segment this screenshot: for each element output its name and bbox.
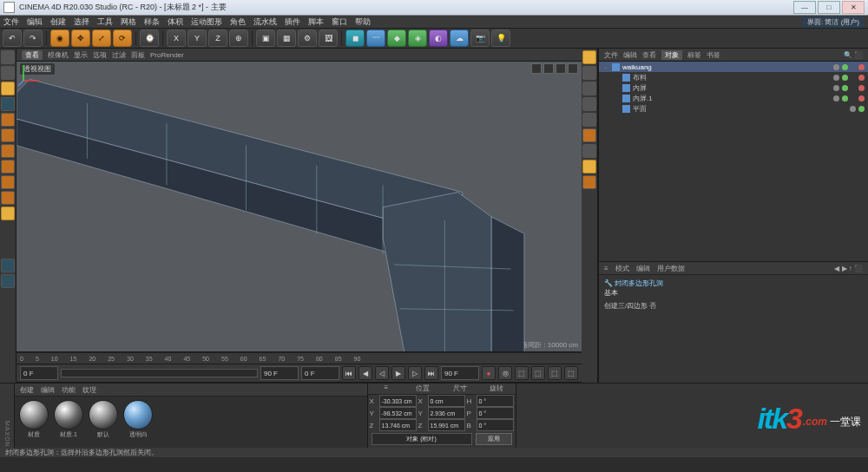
viewport[interactable]: 透视视图 网格间距 : 10000 cm: [16, 62, 582, 352]
model-mode-icon[interactable]: [1, 50, 15, 64]
axis-y-icon[interactable]: Y: [187, 30, 207, 47]
vp-tab[interactable]: 面板: [131, 50, 145, 60]
xref-icon[interactable]: [1, 259, 15, 272]
axis-world-icon[interactable]: ⊕: [229, 30, 248, 47]
render-settings-icon[interactable]: ⚙: [298, 30, 317, 47]
vp-tab[interactable]: 显示: [74, 50, 88, 60]
menu-item[interactable]: 选择: [74, 16, 89, 28]
material-slot[interactable]: 透明白: [122, 400, 154, 444]
environment-icon[interactable]: ☁: [450, 30, 469, 47]
om-menu[interactable]: 文件: [604, 50, 618, 60]
layout-selector[interactable]: 界面: 简洁 (用户): [802, 16, 865, 28]
vp-tab[interactable]: 选项: [93, 50, 107, 60]
coord-p-rot[interactable]: 0 °: [477, 407, 514, 419]
vp-tab[interactable]: 查看: [22, 50, 43, 60]
time-end[interactable]: 90 F: [260, 366, 299, 380]
object-tree[interactable]: - waikuang 布料 内屏: [599, 62, 868, 262]
axis-z-icon[interactable]: Z: [208, 30, 227, 47]
key-scale-icon[interactable]: ⬚: [548, 366, 562, 380]
time-fps[interactable]: 90 F: [441, 366, 479, 380]
object-name[interactable]: 平面: [633, 104, 647, 114]
workplane-icon[interactable]: [1, 191, 15, 205]
snap-icon[interactable]: [1, 175, 15, 189]
material-slot[interactable]: 材质.1: [53, 400, 84, 444]
menu-item[interactable]: 样条: [144, 16, 160, 28]
attr-tab[interactable]: 模式: [615, 264, 629, 273]
snap-spline-icon[interactable]: [582, 128, 596, 142]
attr-tab[interactable]: 用户数据: [657, 264, 685, 273]
snap-grid-icon[interactable]: [582, 66, 596, 80]
record-icon[interactable]: ●: [482, 366, 496, 380]
object-row[interactable]: 内屏: [599, 82, 868, 93]
object-row[interactable]: 内屏.1: [599, 93, 868, 103]
menu-item[interactable]: 编辑: [27, 16, 43, 28]
coord-y-pos[interactable]: -98.532 cm: [379, 407, 417, 419]
snap-poly-icon[interactable]: [582, 113, 596, 127]
menu-item[interactable]: 运动图形: [191, 16, 222, 28]
goto-end-icon[interactable]: ⏭: [424, 366, 438, 380]
om-menu[interactable]: 查看: [642, 50, 656, 60]
step-back-icon[interactable]: ◀: [358, 366, 372, 380]
play-back-icon[interactable]: ◁: [375, 366, 389, 380]
deformer-icon[interactable]: ◐: [429, 30, 448, 47]
live-select-icon[interactable]: ◉: [50, 30, 69, 47]
minimize-button[interactable]: —: [793, 1, 816, 14]
light-icon[interactable]: 💡: [491, 30, 510, 47]
render-icon[interactable]: ▣: [256, 30, 275, 47]
vp-tab[interactable]: 过滤: [112, 50, 126, 60]
material-slot[interactable]: 默认: [88, 400, 119, 444]
scale-icon[interactable]: ⤢: [92, 30, 111, 47]
menu-item[interactable]: 窗口: [332, 16, 347, 28]
key-param-icon[interactable]: ⬚: [564, 366, 578, 380]
menu-item[interactable]: 文件: [3, 16, 19, 28]
render-region-icon[interactable]: ▦: [277, 30, 296, 47]
coord-z-size[interactable]: 15.991 cm: [428, 419, 465, 431]
object-name[interactable]: 内屏: [633, 83, 647, 93]
snap-point-icon[interactable]: [582, 82, 596, 95]
menu-item[interactable]: 脚本: [308, 16, 324, 28]
search-icon[interactable]: 🔍 ⬛: [844, 51, 863, 59]
coord-x-pos[interactable]: -30.303 cm: [379, 395, 417, 407]
snap-edge-icon[interactable]: [582, 97, 596, 111]
step-fwd-icon[interactable]: ▷: [408, 366, 422, 380]
mat-tab[interactable]: 功能: [62, 385, 76, 395]
history-icon[interactable]: ⌚: [140, 30, 159, 47]
edge-mode-icon[interactable]: [1, 97, 15, 111]
mat-tab[interactable]: 创建: [20, 385, 34, 395]
time-start[interactable]: 0 F: [20, 366, 58, 380]
coord-apply-button[interactable]: 应用: [476, 433, 512, 445]
menu-item[interactable]: 创建: [50, 16, 66, 28]
key-pos-icon[interactable]: ⬚: [515, 366, 529, 380]
redo-icon[interactable]: ↷: [23, 30, 43, 47]
vp-tab[interactable]: 模像机: [48, 50, 69, 60]
attr-nav-icon[interactable]: ◀ ▶ ↑ ⬛: [834, 265, 863, 272]
point-mode-icon[interactable]: [1, 82, 15, 95]
object-row[interactable]: 布料: [599, 72, 868, 82]
axis-mode-icon[interactable]: [1, 160, 15, 174]
coord-y-size[interactable]: 2.936 cm: [428, 407, 465, 419]
menu-item[interactable]: 网格: [121, 16, 136, 28]
camera-icon[interactable]: 📷: [470, 30, 490, 47]
vp-tab[interactable]: ProRender: [150, 51, 184, 59]
autokey-icon[interactable]: ◎: [498, 366, 512, 380]
snap-axis-icon[interactable]: [582, 144, 596, 158]
coord-b-rot[interactable]: 0 °: [477, 419, 514, 431]
menu-item[interactable]: 插件: [285, 16, 300, 28]
om-menu[interactable]: 编辑: [623, 50, 637, 60]
time-scrub[interactable]: [61, 369, 258, 377]
goto-start-icon[interactable]: ⏮: [342, 366, 356, 380]
picture-viewer-icon[interactable]: 🖼: [319, 30, 338, 47]
snap-toggle-icon[interactable]: [582, 50, 596, 64]
object-name[interactable]: waikuang: [622, 63, 652, 71]
play-icon[interactable]: ▶: [391, 366, 405, 380]
menu-item[interactable]: 工具: [97, 16, 113, 28]
coord-mode-dropdown[interactable]: 对象 (相对): [372, 433, 472, 445]
coord-z-pos[interactable]: 13.746 cm: [379, 419, 417, 431]
layer-icon[interactable]: [1, 274, 15, 288]
texture-mode-icon[interactable]: [1, 66, 15, 80]
quantize-icon[interactable]: [582, 175, 596, 189]
expander-icon[interactable]: -: [602, 63, 609, 71]
snap-settings-icon[interactable]: [1, 206, 15, 220]
cube-primitive-icon[interactable]: ◼: [345, 30, 365, 47]
snap-workplane-icon[interactable]: [582, 160, 596, 174]
